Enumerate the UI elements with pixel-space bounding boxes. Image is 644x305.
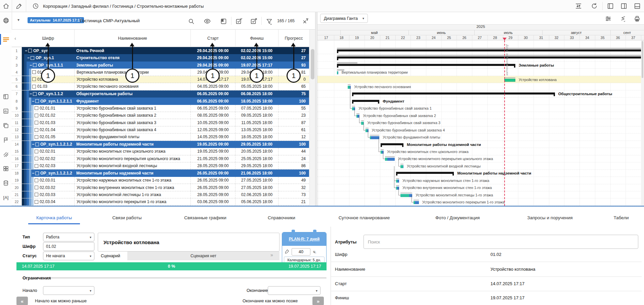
row-checkbox[interactable] (31, 56, 34, 60)
table-row[interactable]: 2102.03.03Устройство монолитной лестницы… (12, 191, 309, 198)
code-input[interactable]: 01.02 (43, 242, 94, 251)
rail-item-globe[interactable] (0, 15, 12, 26)
task-bar[interactable] (400, 164, 403, 168)
row-checkbox[interactable] (35, 200, 38, 204)
row-checkbox[interactable] (35, 143, 39, 146)
layout-bottom-button[interactable] (632, 0, 643, 12)
home-button[interactable] (0, 0, 12, 12)
row-checkbox[interactable] (35, 135, 38, 139)
table-row[interactable]: 14−OP_syn.1.1.2.1.2Монолитные работы под… (12, 141, 309, 148)
table-row[interactable]: 1202.01.04Устройство буронабивных свай з… (12, 126, 309, 134)
task-bar[interactable] (400, 193, 412, 197)
rail-item-database[interactable] (0, 178, 12, 188)
task-bar[interactable] (396, 178, 399, 183)
rail-item-flags[interactable] (0, 135, 12, 145)
tab-6[interactable]: Фото / Документация (435, 215, 480, 220)
row-checkbox[interactable] (32, 85, 36, 88)
tab-4[interactable]: Справочники (268, 215, 295, 220)
task-bar[interactable] (385, 156, 395, 161)
constraint-end-select[interactable]: ▾ (268, 286, 320, 295)
summary-bar[interactable] (337, 64, 515, 68)
task-bar[interactable] (337, 70, 338, 74)
row-checkbox[interactable] (33, 63, 37, 67)
asap-button[interactable]: « (16, 297, 28, 305)
table-row[interactable]: 1602.02.02Устройство монолитного перекры… (12, 155, 309, 162)
table-row[interactable]: 2002.03.02Устройство внутренних монолитн… (12, 184, 309, 191)
row-checkbox[interactable] (35, 186, 38, 189)
layout-left-button[interactable] (605, 0, 616, 12)
row-checkbox[interactable] (35, 128, 38, 132)
row-checkbox[interactable] (35, 99, 39, 103)
table-row[interactable]: 1002.01.02Устройство буронабивных свай з… (12, 112, 309, 119)
collapse-toggle[interactable]: − (25, 48, 27, 53)
row-checkbox[interactable] (35, 179, 38, 182)
type-select[interactable]: Работа▾ (43, 233, 94, 241)
task-bar[interactable] (370, 135, 380, 139)
sync-button[interactable] (573, 0, 584, 12)
visibility-button[interactable] (203, 17, 212, 26)
task-bar[interactable] (504, 77, 515, 82)
table-row[interactable]: 1302.01.05Устройство фундаментной плиты1… (12, 134, 309, 141)
row-checkbox[interactable] (35, 193, 38, 196)
tab-5[interactable]: Суточное планирование (339, 215, 390, 220)
rail-item-copies[interactable] (0, 120, 12, 130)
rail-item-schedule-active[interactable] (0, 33, 12, 46)
alap-button[interactable]: » (312, 297, 324, 305)
tab-1[interactable]: Карточка работы (36, 215, 72, 220)
table-row[interactable]: 902.01.01Устройство буронабивных свай за… (12, 105, 309, 112)
collapse-toggle[interactable]: − (32, 142, 34, 147)
tab-3[interactable]: Связанные графики (184, 215, 226, 220)
collapse-toggle[interactable]: − (32, 171, 34, 176)
tab-7[interactable]: Запросы и поручения (527, 215, 572, 220)
table-row[interactable]: 3−OP_syn.1.1.1Земляные работы29.04.2025 … (12, 62, 309, 69)
rail-item-chart[interactable] (0, 106, 12, 116)
row-checkbox[interactable] (35, 171, 39, 175)
uncheck-all-button[interactable] (249, 17, 258, 26)
summary-bar[interactable] (396, 172, 454, 176)
table-row[interactable]: 1−OP_synОтель Речной29.04.2025 09:0002.0… (12, 47, 309, 54)
attributes-search-input[interactable] (363, 235, 638, 249)
table-row[interactable]: 1102.01.03Устройство буронабивных свай з… (12, 119, 309, 126)
search-button[interactable] (187, 17, 196, 26)
plan-duration-header[interactable]: PLAN-R: 7 дней (282, 232, 326, 246)
layout-split-button[interactable] (618, 0, 630, 12)
scenario-expand-icon[interactable]: » (270, 252, 273, 258)
edit-button[interactable] (12, 0, 26, 12)
table-row[interactable]: 501.02Устройство котлована14.07.2025 17:… (12, 76, 309, 83)
status-select[interactable]: Не начата▾ (43, 252, 94, 260)
table-row[interactable]: 401.01Вертикальная планировка территории… (12, 69, 309, 76)
table-row[interactable]: 2202.03.04Устройство монолитного перекры… (12, 198, 309, 205)
row-checkbox[interactable] (28, 49, 32, 52)
collapse-toggle[interactable]: − (27, 55, 30, 60)
collapse-toggle[interactable]: − (30, 63, 32, 68)
tab-8[interactable]: Табели (613, 215, 629, 220)
gantt-view-selector[interactable]: Диаграмма Ганта ▾ (320, 14, 368, 23)
collapse-toggle[interactable]: − (32, 99, 34, 104)
rail-item-board[interactable] (0, 91, 12, 102)
scrollbar-thumb[interactable] (642, 41, 643, 78)
gantt-links-button[interactable] (618, 14, 627, 23)
gantt-scrollbar[interactable] (641, 40, 644, 206)
history-button[interactable] (31, 0, 40, 12)
task-bar[interactable] (414, 200, 419, 204)
columns-layout-button[interactable] (219, 17, 228, 26)
rail-item-attributes[interactable]: [A] (0, 192, 12, 202)
scenario-field[interactable]: Сценария нет (127, 252, 280, 260)
table-row[interactable]: 1902.03.01Устройство наружных монолитных… (12, 177, 309, 184)
summary-bar[interactable] (352, 100, 379, 104)
scrollbar-thumb[interactable] (311, 49, 314, 79)
print-button[interactable] (633, 14, 641, 23)
rail-item-hatch[interactable] (0, 149, 12, 159)
row-checkbox[interactable] (35, 121, 38, 124)
row-checkbox[interactable] (33, 92, 37, 96)
hours-input[interactable]: 40 (292, 248, 310, 256)
table-row[interactable]: 2−OP_syn.1Строительство отеля29.04.2025 … (12, 54, 309, 61)
work-name-input[interactable]: Устройство котлована (98, 233, 280, 252)
table-row[interactable]: 7−OP_syn.1.1.2Общестроительные работы06.… (12, 90, 309, 98)
row-checkbox[interactable] (32, 77, 36, 81)
check-all-button[interactable] (234, 17, 243, 26)
row-checkbox[interactable] (35, 114, 38, 117)
row-checkbox[interactable] (35, 157, 38, 160)
tab-2[interactable]: Связи работы (112, 215, 141, 220)
summary-bar[interactable] (337, 49, 644, 53)
